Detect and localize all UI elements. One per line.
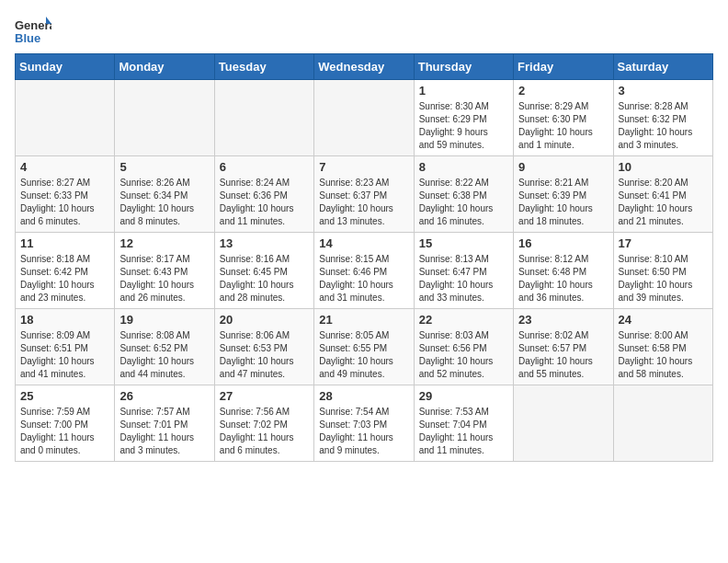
day-number: 4 (20, 160, 109, 174)
calendar-header-row: SundayMondayTuesdayWednesdayThursdayFrid… (16, 54, 713, 80)
calendar-cell: 11Sunrise: 8:18 AM Sunset: 6:42 PM Dayli… (16, 233, 115, 309)
calendar-cell (314, 80, 414, 156)
day-info: Sunrise: 8:06 AM Sunset: 6:53 PM Dayligh… (220, 329, 309, 381)
calendar-cell: 5Sunrise: 8:26 AM Sunset: 6:34 PM Daylig… (115, 156, 214, 233)
calendar-cell: 24Sunrise: 8:00 AM Sunset: 6:58 PM Dayli… (613, 309, 712, 385)
calendar-cell: 19Sunrise: 8:08 AM Sunset: 6:52 PM Dayli… (115, 309, 214, 385)
day-number: 28 (319, 389, 408, 403)
day-number: 19 (119, 313, 209, 327)
weekday-header-sunday: Sunday (16, 54, 115, 80)
weekday-header-saturday: Saturday (613, 54, 712, 80)
calendar-cell (613, 385, 712, 462)
day-number: 21 (319, 313, 408, 327)
calendar-cell (115, 80, 214, 156)
weekday-header-tuesday: Tuesday (214, 54, 313, 80)
day-number: 7 (319, 160, 408, 174)
calendar-cell: 28Sunrise: 7:54 AM Sunset: 7:03 PM Dayli… (314, 385, 414, 462)
day-info: Sunrise: 8:16 AM Sunset: 6:45 PM Dayligh… (220, 253, 309, 304)
day-info: Sunrise: 8:30 AM Sunset: 6:29 PM Dayligh… (419, 100, 508, 152)
calendar-cell: 18Sunrise: 8:09 AM Sunset: 6:51 PM Dayli… (16, 309, 115, 385)
logo: General Blue (15, 15, 51, 48)
day-info: Sunrise: 8:17 AM Sunset: 6:43 PM Dayligh… (119, 253, 209, 304)
day-number: 10 (619, 160, 708, 174)
day-number: 3 (619, 84, 708, 98)
day-info: Sunrise: 8:09 AM Sunset: 6:51 PM Dayligh… (20, 329, 109, 381)
day-info: Sunrise: 8:15 AM Sunset: 6:46 PM Dayligh… (319, 253, 408, 304)
page-header: General Blue (15, 15, 713, 48)
calendar-cell: 12Sunrise: 8:17 AM Sunset: 6:43 PM Dayli… (115, 233, 214, 309)
calendar-cell: 1Sunrise: 8:30 AM Sunset: 6:29 PM Daylig… (414, 80, 513, 156)
calendar-week-4: 18Sunrise: 8:09 AM Sunset: 6:51 PM Dayli… (16, 309, 713, 385)
calendar-cell (16, 80, 115, 156)
day-info: Sunrise: 8:21 AM Sunset: 6:39 PM Dayligh… (518, 177, 608, 228)
calendar-cell: 4Sunrise: 8:27 AM Sunset: 6:33 PM Daylig… (16, 156, 115, 233)
calendar-cell: 20Sunrise: 8:06 AM Sunset: 6:53 PM Dayli… (214, 309, 313, 385)
day-info: Sunrise: 8:13 AM Sunset: 6:47 PM Dayligh… (419, 253, 508, 304)
calendar-cell: 26Sunrise: 7:57 AM Sunset: 7:01 PM Dayli… (115, 385, 214, 462)
calendar-cell (514, 385, 613, 462)
day-info: Sunrise: 7:54 AM Sunset: 7:03 PM Dayligh… (319, 406, 408, 457)
day-info: Sunrise: 8:03 AM Sunset: 6:56 PM Dayligh… (419, 329, 508, 381)
calendar-week-3: 11Sunrise: 8:18 AM Sunset: 6:42 PM Dayli… (16, 233, 713, 309)
calendar-body: 1Sunrise: 8:30 AM Sunset: 6:29 PM Daylig… (16, 80, 713, 462)
calendar-cell: 2Sunrise: 8:29 AM Sunset: 6:30 PM Daylig… (514, 80, 613, 156)
weekday-header-wednesday: Wednesday (314, 54, 414, 80)
weekday-header-thursday: Thursday (414, 54, 513, 80)
day-number: 5 (119, 160, 209, 174)
day-number: 1 (419, 84, 508, 98)
day-info: Sunrise: 8:28 AM Sunset: 6:32 PM Dayligh… (619, 100, 708, 152)
day-number: 29 (419, 389, 508, 403)
day-number: 23 (518, 313, 608, 327)
calendar-cell: 10Sunrise: 8:20 AM Sunset: 6:41 PM Dayli… (613, 156, 712, 233)
day-number: 18 (20, 313, 109, 327)
day-number: 14 (319, 236, 408, 250)
svg-text:Blue: Blue (15, 31, 40, 45)
calendar-cell: 16Sunrise: 8:12 AM Sunset: 6:48 PM Dayli… (514, 233, 613, 309)
day-number: 22 (419, 313, 508, 327)
day-info: Sunrise: 8:24 AM Sunset: 6:36 PM Dayligh… (220, 177, 309, 228)
day-info: Sunrise: 8:18 AM Sunset: 6:42 PM Dayligh… (20, 253, 109, 304)
day-number: 13 (220, 236, 309, 250)
calendar-cell: 27Sunrise: 7:56 AM Sunset: 7:02 PM Dayli… (214, 385, 313, 462)
day-info: Sunrise: 8:08 AM Sunset: 6:52 PM Dayligh… (119, 329, 209, 381)
day-info: Sunrise: 8:20 AM Sunset: 6:41 PM Dayligh… (619, 177, 708, 228)
day-info: Sunrise: 8:10 AM Sunset: 6:50 PM Dayligh… (619, 253, 708, 304)
calendar-cell: 21Sunrise: 8:05 AM Sunset: 6:55 PM Dayli… (314, 309, 414, 385)
calendar-week-1: 1Sunrise: 8:30 AM Sunset: 6:29 PM Daylig… (16, 80, 713, 156)
calendar-cell: 15Sunrise: 8:13 AM Sunset: 6:47 PM Dayli… (414, 233, 513, 309)
day-info: Sunrise: 7:53 AM Sunset: 7:04 PM Dayligh… (419, 406, 508, 457)
calendar-table: SundayMondayTuesdayWednesdayThursdayFrid… (15, 53, 713, 462)
calendar-cell: 17Sunrise: 8:10 AM Sunset: 6:50 PM Dayli… (613, 233, 712, 309)
day-number: 11 (20, 236, 109, 250)
day-number: 24 (619, 313, 708, 327)
day-number: 20 (220, 313, 309, 327)
day-info: Sunrise: 8:12 AM Sunset: 6:48 PM Dayligh… (518, 253, 608, 304)
day-info: Sunrise: 8:27 AM Sunset: 6:33 PM Dayligh… (20, 177, 109, 228)
day-number: 12 (119, 236, 209, 250)
day-info: Sunrise: 8:29 AM Sunset: 6:30 PM Dayligh… (518, 100, 608, 152)
day-number: 26 (119, 389, 209, 403)
day-number: 6 (220, 160, 309, 174)
calendar-cell (214, 80, 313, 156)
calendar-cell: 6Sunrise: 8:24 AM Sunset: 6:36 PM Daylig… (214, 156, 313, 233)
day-info: Sunrise: 8:26 AM Sunset: 6:34 PM Dayligh… (119, 177, 209, 228)
calendar-cell: 22Sunrise: 8:03 AM Sunset: 6:56 PM Dayli… (414, 309, 513, 385)
weekday-header-monday: Monday (115, 54, 214, 80)
day-number: 9 (518, 160, 608, 174)
day-number: 17 (619, 236, 708, 250)
day-number: 25 (20, 389, 109, 403)
calendar-cell: 7Sunrise: 8:23 AM Sunset: 6:37 PM Daylig… (314, 156, 414, 233)
day-number: 2 (518, 84, 608, 98)
calendar-cell: 8Sunrise: 8:22 AM Sunset: 6:38 PM Daylig… (414, 156, 513, 233)
day-info: Sunrise: 7:57 AM Sunset: 7:01 PM Dayligh… (119, 406, 209, 457)
day-info: Sunrise: 7:56 AM Sunset: 7:02 PM Dayligh… (220, 406, 309, 457)
calendar-cell: 29Sunrise: 7:53 AM Sunset: 7:04 PM Dayli… (414, 385, 513, 462)
calendar-cell: 23Sunrise: 8:02 AM Sunset: 6:57 PM Dayli… (514, 309, 613, 385)
weekday-header-friday: Friday (514, 54, 613, 80)
day-info: Sunrise: 8:05 AM Sunset: 6:55 PM Dayligh… (319, 329, 408, 381)
calendar-cell: 25Sunrise: 7:59 AM Sunset: 7:00 PM Dayli… (16, 385, 115, 462)
calendar-week-5: 25Sunrise: 7:59 AM Sunset: 7:00 PM Dayli… (16, 385, 713, 462)
calendar-cell: 13Sunrise: 8:16 AM Sunset: 6:45 PM Dayli… (214, 233, 313, 309)
day-info: Sunrise: 8:23 AM Sunset: 6:37 PM Dayligh… (319, 177, 408, 228)
calendar-week-2: 4Sunrise: 8:27 AM Sunset: 6:33 PM Daylig… (16, 156, 713, 233)
